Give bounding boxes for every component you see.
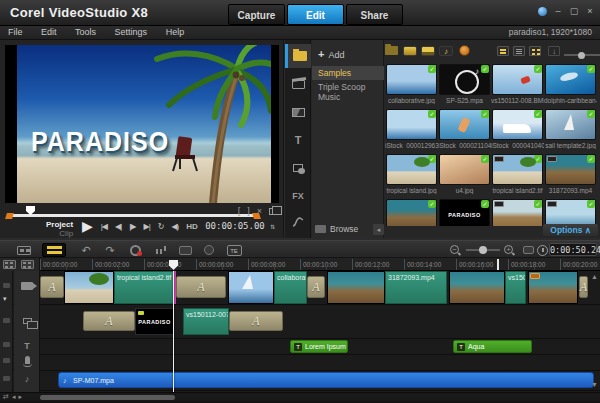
record-import-icon[interactable] [459, 45, 470, 56]
thumbnail-zoom-slider[interactable] [564, 54, 600, 56]
tab-share[interactable]: Share [346, 4, 403, 25]
folder-triple-scoop[interactable]: Triple Scoop Music [312, 80, 384, 104]
graphic-icon[interactable] [285, 156, 311, 180]
transition-clip[interactable]: A [176, 276, 226, 298]
transition-clip[interactable]: A [307, 276, 325, 298]
minimize-button[interactable]: – [553, 6, 563, 16]
preview-timecode[interactable]: 00:00:05.00 ⇅ [205, 221, 275, 231]
grid-page-back-button[interactable]: ◂ [373, 224, 384, 235]
video-clip[interactable]: vs1501 [449, 271, 526, 304]
transition-clip[interactable]: A [83, 311, 135, 331]
zoom-out-icon[interactable]: − [450, 243, 461, 257]
video-track-icon[interactable] [14, 282, 40, 292]
library-thumbnail[interactable]: ✓ [439, 64, 490, 95]
library-thumbnail[interactable]: ✓ [439, 109, 490, 140]
folder-samples[interactable]: Samples [312, 66, 384, 80]
library-item[interactable]: PARADISO✓ [438, 199, 491, 226]
zoom-in-icon[interactable]: + [504, 243, 515, 257]
overlay-clip[interactable]: vs150112-007.pn [183, 308, 229, 335]
mark-out-button[interactable]: ] [247, 206, 250, 216]
undo-button[interactable]: ↶ [78, 243, 94, 257]
next-frame-button[interactable]: |▶ [129, 222, 135, 231]
tracks-scroll-down-icon[interactable]: ▼ [591, 381, 598, 388]
library-thumbnail[interactable]: ✓ [545, 109, 596, 140]
help-icon[interactable] [538, 7, 547, 16]
music-track-icon[interactable]: ♪ [14, 374, 40, 384]
timeline-view-button[interactable] [42, 243, 66, 257]
library-thumbnail[interactable]: ✓ [386, 199, 437, 226]
subtitle-editor-icon[interactable]: TE [224, 243, 244, 257]
enlarge-preview-button[interactable] [269, 208, 277, 215]
timeline-zoom-slider[interactable] [466, 249, 500, 251]
library-item[interactable]: ✓ [385, 199, 438, 226]
add-folder-button[interactable]: +Add [318, 48, 344, 60]
project-mode-label[interactable]: Project [46, 220, 73, 229]
library-item[interactable]: ✓iStock_000041040144... [491, 109, 544, 149]
tab-edit[interactable]: Edit [287, 4, 344, 25]
library-thumbnail[interactable]: ✓ [386, 64, 437, 95]
overlay-title-clip[interactable]: PARADISO [135, 308, 174, 335]
browse-button[interactable]: Browse [315, 224, 358, 234]
video-track-mute-icon[interactable] [3, 283, 10, 288]
library-thumbnail[interactable]: ✓ [545, 199, 596, 226]
prev-frame-button[interactable]: ◀| [115, 222, 121, 231]
library-thumbnail[interactable]: PARADISO✓ [439, 199, 490, 226]
video-clip[interactable]: tropical island2.tif [64, 271, 174, 304]
library-thumbnail[interactable]: ✓ [492, 109, 543, 140]
close-button[interactable]: × [585, 6, 595, 16]
instant-project-icon[interactable] [285, 72, 311, 96]
tab-capture[interactable]: Capture [228, 4, 285, 25]
detail-view-icon[interactable] [513, 46, 525, 56]
mark-in-button[interactable]: [ [238, 206, 241, 216]
library-item[interactable]: ✓vs150112-008.BMP [491, 64, 544, 104]
list-view-icon[interactable] [497, 46, 509, 56]
scroll-right-icon[interactable]: ▸ [18, 393, 25, 400]
library-item[interactable]: ✓tropical island.jpg [385, 154, 438, 194]
library-thumbnail[interactable]: ✓ [439, 154, 490, 185]
library-item[interactable]: ✓dolphin-caribbean-crui... [544, 64, 597, 104]
title-track-icon[interactable]: T [14, 341, 40, 351]
redo-button[interactable]: ↷ [102, 243, 118, 257]
import-folder-icon[interactable] [385, 46, 398, 55]
library-item[interactable]: ✓sail template2.jpg [544, 109, 597, 149]
library-item[interactable]: ✓tropical island2.tif [491, 154, 544, 194]
library-thumbnail[interactable]: ✓ [492, 154, 543, 185]
library-item[interactable]: ✓collaborative.jpg [385, 64, 438, 104]
title-clip[interactable]: TAqua [453, 340, 532, 353]
library-thumbnail[interactable]: ✓ [492, 199, 543, 226]
project-duration[interactable]: 0:00:50.24 [549, 243, 597, 256]
timeline-ruler[interactable]: 00:00:00:0000:00:02:0000:00:04:0000:00:0… [0, 258, 600, 271]
motion-path-icon[interactable] [285, 210, 311, 234]
library-thumbnail[interactable]: ✓ [545, 154, 596, 185]
clip-trim-edge[interactable] [174, 271, 176, 304]
music-clip[interactable]: ♪SP-M07.mpa [58, 372, 594, 388]
library-thumbnail[interactable]: ✓ [492, 64, 543, 95]
transition-clip[interactable]: A [579, 276, 588, 298]
video-clip[interactable]: collaborat [228, 271, 307, 304]
video-clip[interactable]: 31872093.mp4 [327, 271, 447, 304]
sort-icon[interactable]: ↓ [548, 46, 560, 56]
auto-music-icon[interactable] [176, 243, 194, 257]
voice-track-mute-icon[interactable] [3, 358, 10, 363]
library-item[interactable]: ✓u4.jpg [438, 154, 491, 194]
show-videos-icon[interactable] [403, 46, 417, 56]
menu-file[interactable]: File [0, 26, 31, 38]
library-item[interactable]: ✓31872093.mp4 [544, 154, 597, 194]
title-clip[interactable]: TLorem Ipsum [290, 340, 348, 353]
filter-fx-icon[interactable]: FX [285, 184, 311, 208]
menu-edit[interactable]: Edit [33, 26, 65, 38]
hscrollbar-thumb[interactable] [40, 395, 175, 400]
library-thumbnail[interactable]: ✓ [545, 64, 596, 95]
record-capture-icon[interactable] [126, 243, 144, 257]
title-track-mute-icon[interactable] [3, 342, 10, 347]
transition-icon[interactable] [285, 100, 311, 124]
transition-clip[interactable]: A [40, 276, 64, 298]
play-button[interactable]: ▶ [82, 218, 93, 234]
library-thumbnail[interactable]: ✓ [386, 154, 437, 185]
timeline-hscrollbar[interactable]: ⇄◂▸ [0, 392, 600, 401]
preview-video[interactable]: PARADISO [5, 45, 279, 203]
music-track-mute-icon[interactable] [3, 376, 10, 381]
menu-settings[interactable]: Settings [107, 26, 156, 38]
media-icon[interactable] [285, 44, 311, 68]
show-all-media-icon[interactable] [3, 260, 16, 269]
